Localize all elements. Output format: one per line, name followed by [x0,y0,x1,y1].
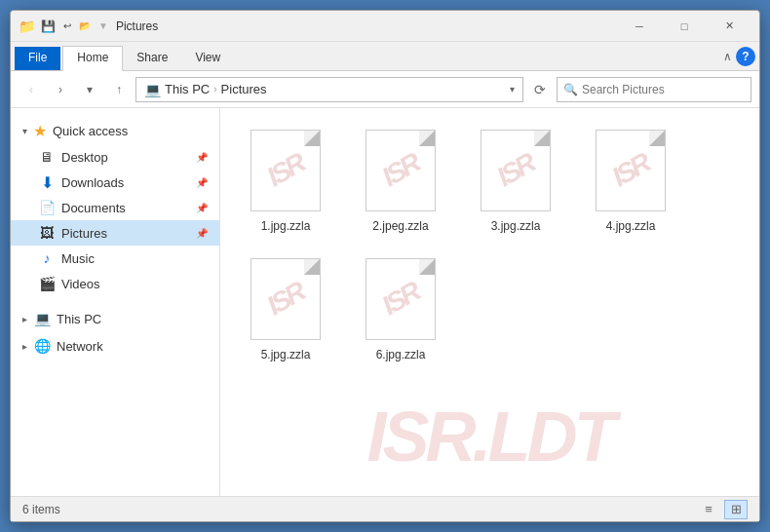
tab-file[interactable]: File [15,47,60,70]
file-item-1[interactable]: ISR 1.jpg.zzla [232,120,339,241]
list-view-button[interactable]: ≡ [697,500,720,519]
sidebar: ▾ ★ Quick access 🖥 Desktop 📌 ⬇ Downloads… [11,108,220,496]
app-icon: 📁 [19,19,35,34]
path-dropdown-icon[interactable]: ▾ [510,84,515,95]
quick-access-label: Quick access [53,124,128,138]
file-icon-1: ISR [247,128,325,213]
path-pictures[interactable]: Pictures [221,82,267,96]
file-name-1: 1.jpg.zzla [261,219,311,233]
file-watermark-1: ISR [262,148,310,194]
pin-icon-desktop: 📌 [196,152,208,163]
sidebar-item-music[interactable]: ♪ Music [11,246,219,271]
network-icon: 🌐 [33,337,51,355]
explorer-window: 📁 💾 ↩ 📂 ▼ Pictures ─ □ ✕ File Home Share… [10,10,760,522]
sidebar-network-header[interactable]: ▸ 🌐 Network [11,331,219,359]
file-item-4[interactable]: ISR 4.jpg.zzla [577,120,684,241]
item-count: 6 items [22,503,60,516]
sidebar-pictures-label: Pictures [61,226,107,241]
sidebar-documents-label: Documents [61,201,126,215]
file-name-5: 5.jpg.zzla [261,348,311,361]
file-name-4: 4.jpg.zzla [606,219,656,233]
ribbon-collapse-icon[interactable]: ∧ [723,50,732,63]
maximize-button[interactable]: □ [662,11,707,42]
sidebar-this-pc-header[interactable]: ▸ 💻 This PC [11,304,219,331]
window-title: Pictures [116,19,617,33]
file-page-4: ISR [596,130,666,211]
title-icons: 📁 💾 ↩ 📂 ▼ [19,19,108,34]
ribbon-tabs: File Home Share View ∧ ? [11,42,759,71]
undo-icon[interactable]: ↩ [63,20,71,31]
quick-access-expand-icon: ▾ [22,126,27,136]
music-icon: ♪ [38,249,56,267]
up-button[interactable]: ↑ [106,77,132,102]
search-box[interactable]: 🔍 [557,77,751,102]
file-name-6: 6.jpg.zzla [376,348,426,361]
desktop-icon: 🖥 [38,148,56,166]
titlebar-controls: ─ □ ✕ [617,11,751,42]
sidebar-downloads-label: Downloads [61,175,124,190]
toolbar-folder-icon: 📂 [79,20,91,31]
sidebar-network-label: Network [57,339,103,354]
view-controls: ≡ ⊞ [697,500,748,519]
search-icon: 🔍 [563,83,578,96]
ribbon-right: ∧ ? [723,47,755,70]
this-pc-icon: 💻 [144,82,161,97]
close-button[interactable]: ✕ [707,11,751,42]
pictures-icon: 🖼 [38,224,56,242]
file-item-3[interactable]: ISR 3.jpg.zzla [462,120,569,241]
forward-button[interactable]: › [48,77,73,102]
file-icon-3: ISR [477,128,555,213]
back-button[interactable]: ‹ [19,77,44,102]
statusbar: 6 items ≡ ⊞ [11,496,759,521]
file-name-3: 3.jpg.zzla [491,219,541,233]
sidebar-item-desktop[interactable]: 🖥 Desktop 📌 [11,144,219,170]
this-pc-icon: 💻 [33,310,51,327]
sidebar-this-pc-label: This PC [57,312,101,326]
pin-icon-pictures: 📌 [196,228,208,239]
file-watermark-2: ISR [377,148,425,194]
path-this-pc[interactable]: This PC [165,82,210,96]
sidebar-item-pictures[interactable]: 🖼 Pictures 📌 [11,220,219,246]
recent-locations-button[interactable]: ▾ [77,77,102,102]
addressbar: ‹ › ▾ ↑ 💻 This PC › Pictures ▾ ⟳ 🔍 [11,71,759,108]
videos-icon: 🎬 [38,275,56,292]
network-expand-icon: ▸ [22,341,27,352]
tab-view[interactable]: View [181,47,234,70]
file-page-3: ISR [481,130,551,211]
sidebar-quick-access-header[interactable]: ▾ ★ Quick access [11,116,219,144]
pin-icon-documents: 📌 [196,203,208,213]
file-item-6[interactable]: ISR 6.jpg.zzla [347,248,454,369]
refresh-button[interactable]: ⟳ [527,77,553,102]
address-path[interactable]: 💻 This PC › Pictures ▾ [135,77,523,102]
documents-icon: 📄 [38,199,56,216]
file-page-5: ISR [250,258,321,340]
file-icon-4: ISR [592,128,670,213]
file-page-1: ISR [250,130,321,211]
this-pc-expand-icon: ▸ [22,314,27,324]
sidebar-videos-label: Videos [61,277,100,291]
sidebar-desktop-label: Desktop [61,150,108,165]
sidebar-music-label: Music [61,251,95,266]
large-icon-view-button[interactable]: ⊞ [724,500,748,519]
file-icon-6: ISR [362,256,440,342]
file-item-2[interactable]: ISR 2.jpeg.zzla [347,120,454,241]
file-watermark-6: ISR [377,277,425,323]
search-input[interactable] [582,83,745,96]
tab-share[interactable]: Share [123,47,181,70]
tab-home[interactable]: Home [62,46,123,71]
file-area: ISR.LDT ISR 1.jpg.zzla ISR 2.jpeg.zzla [220,108,759,496]
file-item-5[interactable]: ISR 5.jpg.zzla [232,248,339,369]
help-button[interactable]: ? [736,47,755,66]
file-name-2: 2.jpeg.zzla [372,219,428,233]
sidebar-item-downloads[interactable]: ⬇ Downloads 📌 [11,170,219,195]
file-page-6: ISR [366,258,436,340]
quick-save-icon[interactable]: 💾 [41,19,56,33]
sidebar-item-videos[interactable]: 🎬 Videos [11,271,219,296]
sidebar-item-documents[interactable]: 📄 Documents 📌 [11,195,219,220]
path-separator-1: › [213,84,216,95]
star-icon: ★ [33,122,47,140]
file-icon-2: ISR [362,128,440,213]
dropdown-arrow-icon[interactable]: ▼ [98,20,108,31]
minimize-button[interactable]: ─ [617,11,662,42]
file-watermark-4: ISR [607,148,655,194]
